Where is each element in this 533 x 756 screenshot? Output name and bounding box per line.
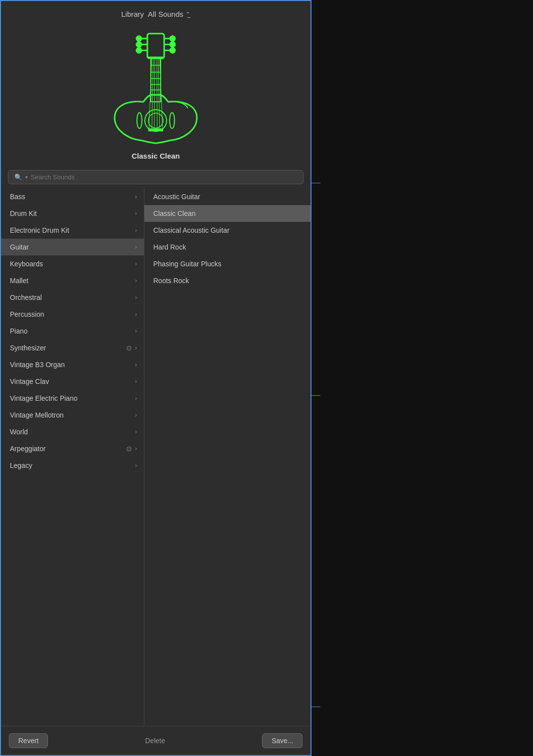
download-icon[interactable]: ⊙ <box>126 344 132 352</box>
category-right-side: › <box>135 395 137 402</box>
svg-rect-0 <box>147 34 164 58</box>
category-right-side: › <box>135 277 137 284</box>
svg-point-6 <box>136 48 141 53</box>
header: Library All Sounds ⌃̲ <box>1 1 311 24</box>
bracket-indicator-mid <box>311 395 320 396</box>
chevron-right-icon: › <box>135 462 137 469</box>
category-right-side: › <box>135 328 137 335</box>
category-label: Guitar <box>10 243 29 251</box>
search-bar[interactable]: 🔍 ▾ <box>8 170 304 184</box>
chevron-right-icon: › <box>135 193 137 200</box>
category-label: Vintage B3 Organ <box>10 361 65 369</box>
category-item-drum-kit[interactable]: Drum Kit› <box>1 205 144 222</box>
category-label: Legacy <box>10 462 32 469</box>
category-item-mallet[interactable]: Mallet› <box>1 272 144 289</box>
revert-button[interactable]: Revert <box>9 733 48 748</box>
sounds-dropdown[interactable]: All Sounds ⌃̲ <box>148 10 190 18</box>
category-item-vintage-clav[interactable]: Vintage Clav› <box>1 373 144 390</box>
category-label: Orchestral <box>10 294 42 301</box>
category-item-guitar[interactable]: Guitar› <box>1 239 144 255</box>
chevron-right-icon: › <box>135 210 137 217</box>
sounds-dropdown-label: All Sounds <box>148 10 183 18</box>
chevron-right-icon: › <box>135 277 137 284</box>
category-label: Keyboards <box>10 260 43 268</box>
delete-button[interactable]: Delete <box>145 737 165 745</box>
category-right-side: › <box>135 193 137 200</box>
content-area: Bass›Drum Kit›Electronic Drum Kit›Guitar… <box>1 188 311 726</box>
bottom-toolbar: Revert Delete Save... <box>1 726 311 755</box>
category-label: Bass <box>10 193 25 201</box>
category-right-side: › <box>135 311 137 318</box>
chevron-right-icon: › <box>135 428 137 435</box>
category-label: Vintage Mellotron <box>10 411 64 419</box>
category-item-percussion[interactable]: Percussion› <box>1 306 144 323</box>
sound-item-classical-acoustic-guitar[interactable]: Classical Acoustic Guitar <box>144 222 311 239</box>
category-label: Vintage Electric Piano <box>10 394 78 402</box>
save-button[interactable]: Save... <box>262 733 303 748</box>
category-item-piano[interactable]: Piano› <box>1 323 144 339</box>
sound-item-classic-clean[interactable]: Classic Clean <box>144 205 311 222</box>
svg-rect-24 <box>148 128 163 131</box>
svg-point-8 <box>170 36 175 41</box>
sound-item-phasing-guitar-plucks[interactable]: Phasing Guitar Plucks <box>144 255 311 272</box>
category-right-side: › <box>135 210 137 217</box>
search-input[interactable] <box>31 173 297 181</box>
svg-point-21 <box>170 113 175 128</box>
chevron-right-icon: › <box>135 311 137 318</box>
category-right-side: › <box>135 378 137 385</box>
sound-item-hard-rock[interactable]: Hard Rock <box>144 239 311 255</box>
instrument-name: Classic Clean <box>132 152 180 160</box>
category-item-bass[interactable]: Bass› <box>1 188 144 205</box>
sound-item-acoustic-guitar[interactable]: Acoustic Guitar <box>144 188 311 205</box>
chevron-right-icon: › <box>135 445 137 452</box>
category-label: Piano <box>10 327 28 335</box>
category-label: Synthesizer <box>10 344 46 352</box>
chevron-updown-icon: ⌃̲ <box>185 11 190 18</box>
category-label: World <box>10 428 28 436</box>
svg-point-23 <box>148 113 163 128</box>
category-list: Bass›Drum Kit›Electronic Drum Kit›Guitar… <box>1 188 144 726</box>
category-label: Mallet <box>10 277 28 285</box>
right-background <box>311 0 533 756</box>
chevron-right-icon: › <box>135 378 137 385</box>
svg-point-10 <box>170 42 175 47</box>
category-item-orchestral[interactable]: Orchestral› <box>1 289 144 306</box>
category-right-side: ⊙› <box>126 445 137 453</box>
svg-point-20 <box>137 113 142 128</box>
sound-list: Acoustic GuitarClassic CleanClassical Ac… <box>144 188 311 726</box>
category-label: Arpeggiator <box>10 445 45 453</box>
category-item-keyboards[interactable]: Keyboards› <box>1 255 144 272</box>
guitar-svg <box>104 32 208 145</box>
svg-line-28 <box>157 57 157 131</box>
search-chevron-icon: ▾ <box>25 174 28 180</box>
svg-point-2 <box>136 36 141 41</box>
chevron-right-icon: › <box>135 294 137 301</box>
svg-line-27 <box>154 57 155 131</box>
category-right-side: › <box>135 412 137 419</box>
chevron-right-icon: › <box>135 395 137 402</box>
chevron-right-icon: › <box>135 227 137 234</box>
category-right-side: › <box>135 260 137 267</box>
category-item-electronic-drum-kit[interactable]: Electronic Drum Kit› <box>1 222 144 239</box>
chevron-right-icon: › <box>135 260 137 267</box>
library-label: Library <box>121 10 144 18</box>
category-item-legacy[interactable]: Legacy› <box>1 457 144 474</box>
category-item-vintage-b3-organ[interactable]: Vintage B3 Organ› <box>1 356 144 373</box>
download-icon[interactable]: ⊙ <box>126 445 132 453</box>
category-item-world[interactable]: World› <box>1 423 144 440</box>
category-item-vintage-mellotron[interactable]: Vintage Mellotron› <box>1 407 144 423</box>
category-right-side: › <box>135 361 137 368</box>
library-panel: Library All Sounds ⌃̲ <box>0 0 311 756</box>
category-right-side: › <box>135 428 137 435</box>
sound-item-roots-rock[interactable]: Roots Rock <box>144 272 311 289</box>
instrument-preview: Classic Clean <box>1 24 311 168</box>
svg-point-4 <box>136 42 141 47</box>
category-item-arpeggiator[interactable]: Arpeggiator⊙› <box>1 440 144 457</box>
category-item-vintage-electric-piano[interactable]: Vintage Electric Piano› <box>1 390 144 407</box>
chevron-right-icon: › <box>135 244 137 251</box>
guitar-image <box>101 29 210 148</box>
category-right-side: › <box>135 244 137 251</box>
category-item-synthesizer[interactable]: Synthesizer⊙› <box>1 339 144 356</box>
category-right-side: › <box>135 462 137 469</box>
category-right-side: ⊙› <box>126 344 137 352</box>
